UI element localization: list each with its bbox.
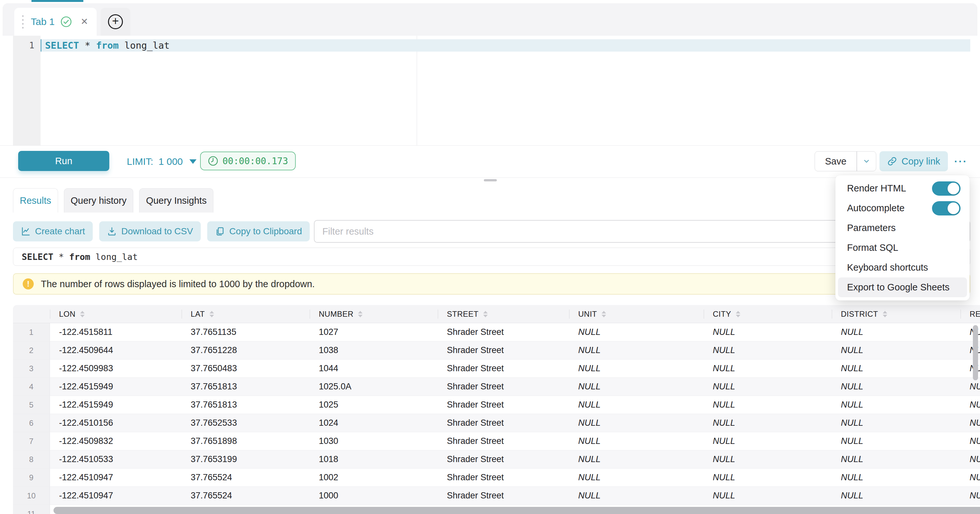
table-cell[interactable]: NULL (569, 323, 704, 341)
sort-icon[interactable] (736, 311, 740, 318)
column-header[interactable]: NUMBER (310, 305, 438, 323)
sort-icon[interactable] (80, 311, 84, 318)
download-csv-button[interactable]: Download to CSV (99, 221, 201, 241)
table-cell[interactable]: NULL (832, 378, 961, 396)
table-row[interactable]: 2 -122.450964437.76512281038Shrader Stre… (13, 342, 980, 359)
table-cell[interactable]: NULL (961, 396, 980, 414)
table-cell[interactable]: 37.7651228 (181, 342, 310, 359)
menu-item-autocomplete[interactable]: Autocomplete (835, 198, 970, 218)
table-cell[interactable]: NULL (704, 323, 832, 341)
menu-item-render-html[interactable]: Render HTML (835, 179, 970, 198)
table-cell[interactable]: Shrader Street (438, 450, 569, 468)
table-cell[interactable]: NULL (704, 469, 832, 487)
table-cell[interactable]: Shrader Street (438, 487, 569, 504)
table-cell[interactable]: NULL (569, 396, 704, 414)
table-cell[interactable]: NULL (569, 359, 704, 377)
render-html-toggle[interactable] (932, 181, 961, 196)
table-cell[interactable]: NULL (704, 359, 832, 377)
table-cell[interactable]: NULL (832, 450, 961, 468)
copy-link-button[interactable]: Copy link (880, 151, 948, 171)
sql-editor[interactable]: 1 SELECT * from long_lat (0, 36, 980, 145)
table-cell[interactable]: 1025.0A (310, 378, 438, 396)
save-button[interactable]: Save (815, 152, 856, 171)
table-row[interactable]: 4 -122.451594937.76518131025.0AShrader S… (13, 378, 980, 396)
table-cell[interactable]: Shrader Street (438, 414, 569, 432)
sort-icon[interactable] (210, 311, 214, 318)
table-cell[interactable]: 37.765524 (181, 487, 310, 504)
table-cell[interactable]: 1030 (310, 432, 438, 450)
run-button[interactable]: Run (18, 151, 109, 171)
table-cell[interactable]: NULL (832, 396, 961, 414)
table-cell[interactable]: 1018 (310, 450, 438, 468)
column-header[interactable]: RE (961, 305, 980, 323)
table-cell[interactable]: 37.7651813 (181, 396, 310, 414)
column-header[interactable]: LAT (181, 305, 310, 323)
table-cell[interactable]: NULL (704, 396, 832, 414)
more-options-button[interactable]: ··· (951, 151, 971, 171)
table-cell[interactable]: NULL (569, 469, 704, 487)
code-line[interactable]: SELECT * from long_lat (45, 39, 170, 52)
add-tab-button[interactable]: + (100, 8, 130, 36)
sort-icon[interactable] (601, 311, 606, 318)
copy-clipboard-button[interactable]: Copy to Clipboard (207, 221, 310, 241)
menu-item-export-google-sheets[interactable]: Export to Google Sheets (838, 278, 967, 297)
table-cell[interactable]: 37.7650483 (181, 359, 310, 377)
menu-item-format-sql[interactable]: Format SQL (835, 238, 970, 258)
table-cell[interactable]: NULL (704, 432, 832, 450)
table-cell[interactable]: NULL (704, 378, 832, 396)
tab-query-insights[interactable]: Query Insights (139, 188, 213, 212)
tab-1[interactable]: Tab 1 ✕ (14, 8, 97, 36)
sort-icon[interactable] (358, 311, 363, 318)
table-cell[interactable]: NULL (961, 469, 980, 487)
create-chart-button[interactable]: Create chart (13, 221, 93, 241)
table-cell[interactable]: NULL (961, 450, 980, 468)
table-cell[interactable]: -122.4515811 (50, 323, 181, 341)
table-cell[interactable]: -122.4515949 (50, 396, 181, 414)
table-cell[interactable]: Shrader Street (438, 323, 569, 341)
table-cell[interactable]: NULL (569, 487, 704, 504)
sort-icon[interactable] (883, 311, 887, 318)
table-row[interactable]: 3 -122.450998337.76504831044Shrader Stre… (13, 359, 980, 378)
table-cell[interactable]: 37.7652533 (181, 414, 310, 432)
table-cell[interactable]: NULL (569, 342, 704, 359)
table-cell[interactable]: NULL (569, 378, 704, 396)
table-cell[interactable]: Shrader Street (438, 469, 569, 487)
table-cell[interactable]: 1024 (310, 414, 438, 432)
table-cell[interactable]: NULL (961, 432, 980, 450)
table-cell[interactable]: -122.4515949 (50, 378, 181, 396)
table-cell[interactable]: NULL (961, 414, 980, 432)
table-cell[interactable]: NULL (704, 450, 832, 468)
drag-handle-icon[interactable] (22, 15, 24, 29)
table-cell[interactable]: -122.4510947 (50, 469, 181, 487)
table-cell[interactable]: NULL (569, 414, 704, 432)
column-header[interactable]: STREET (438, 305, 569, 323)
horizontal-scrollbar[interactable] (54, 507, 980, 514)
tab-query-history[interactable]: Query history (64, 188, 133, 212)
table-cell[interactable]: NULL (704, 342, 832, 359)
table-cell[interactable]: NULL (832, 414, 961, 432)
table-cell[interactable]: NULL (832, 432, 961, 450)
table-cell[interactable]: 37.7651135 (181, 323, 310, 341)
table-cell[interactable]: -122.4509644 (50, 342, 181, 359)
table-cell[interactable]: 37.765524 (181, 469, 310, 487)
table-row[interactable]: 8 -122.451053337.76531991018Shrader Stre… (13, 450, 980, 469)
table-cell[interactable]: 37.7651898 (181, 432, 310, 450)
table-row[interactable]: 10 -122.451094737.7655241000Shrader Stre… (13, 487, 980, 505)
table-cell[interactable]: NULL (569, 450, 704, 468)
table-cell[interactable]: NULL (832, 342, 961, 359)
table-row[interactable]: 5 -122.451594937.76518131025Shrader Stre… (13, 396, 980, 414)
table-cell[interactable]: 37.7653199 (181, 450, 310, 468)
table-cell[interactable]: -122.4510533 (50, 450, 181, 468)
table-cell[interactable]: NULL (569, 432, 704, 450)
close-tab-icon[interactable]: ✕ (80, 17, 88, 26)
table-cell[interactable]: NULL (832, 487, 961, 504)
menu-item-keyboard-shortcuts[interactable]: Keyboard shortcuts (835, 258, 970, 278)
table-cell[interactable]: NULL (704, 487, 832, 504)
table-cell[interactable]: NULL (961, 378, 980, 396)
table-row[interactable]: 7 -122.450983237.76518981030Shrader Stre… (13, 432, 980, 450)
table-cell[interactable]: -122.4509832 (50, 432, 181, 450)
panel-resize-handle[interactable] (484, 179, 497, 181)
column-header[interactable]: CITY (704, 305, 832, 323)
column-header[interactable]: LON (50, 305, 181, 323)
tab-results[interactable]: Results (13, 188, 58, 212)
